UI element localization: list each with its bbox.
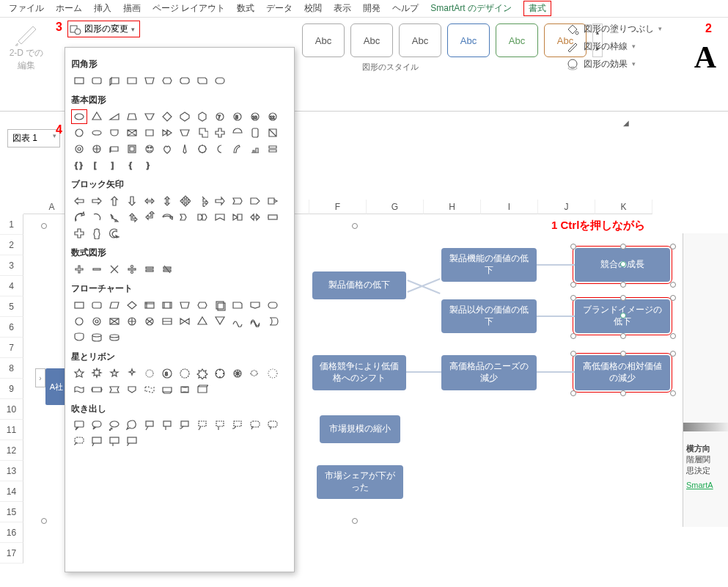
shape-option[interactable] (247, 314, 263, 329)
shape-option[interactable] (71, 434, 87, 449)
row-8[interactable]: 8 (0, 358, 23, 379)
shape-option[interactable]: 8 (229, 109, 246, 124)
shape-option[interactable] (194, 73, 210, 88)
shape-option[interactable] (265, 418, 281, 433)
shape-option[interactable] (159, 298, 175, 313)
menu-insert[interactable]: 挿入 (94, 2, 111, 15)
shape-option[interactable] (89, 262, 105, 277)
menu-review[interactable]: 校閲 (304, 2, 322, 15)
shape-option[interactable] (89, 142, 105, 156)
shape-option[interactable] (141, 109, 158, 124)
shape-option[interactable] (177, 142, 193, 156)
shape-option[interactable] (89, 314, 105, 329)
shape-option[interactable]: { } (71, 158, 87, 172)
shape-option[interactable] (229, 210, 246, 225)
shape-option[interactable] (177, 125, 193, 140)
shape-option[interactable] (194, 418, 210, 433)
shape-option[interactable] (194, 109, 210, 124)
row-4[interactable]: 4 (0, 276, 23, 296)
shape-option[interactable] (106, 226, 122, 241)
style-preset-2[interactable]: Abc (350, 23, 393, 57)
menu-smartart-design[interactable]: SmartArt のデザイン (430, 2, 512, 15)
side-panel-link[interactable]: SmartA (686, 481, 725, 489)
shape-option[interactable] (212, 125, 228, 140)
menu-formula[interactable]: 数式 (237, 2, 254, 15)
style-preset-3[interactable]: Abc (399, 23, 441, 57)
node-price-competition[interactable]: 価格競争により低価格へのシフト (312, 355, 406, 390)
shape-option[interactable] (106, 109, 122, 124)
shape-option[interactable] (141, 314, 158, 329)
shape-option[interactable] (229, 125, 246, 140)
shape-option[interactable] (159, 382, 175, 397)
shape-option[interactable] (194, 210, 210, 225)
shape-option[interactable] (141, 366, 158, 381)
shape-option[interactable] (159, 109, 175, 124)
shape-fill-button[interactable]: 図形の塗りつぶし▾ (566, 22, 662, 35)
shape-option[interactable] (89, 366, 105, 381)
shape-option[interactable] (124, 366, 140, 381)
shape-option[interactable] (71, 194, 87, 208)
shape-option[interactable] (212, 418, 228, 433)
shape-option[interactable] (194, 125, 210, 140)
style-preset-1[interactable]: Abc (302, 23, 345, 57)
shape-option[interactable] (106, 366, 122, 381)
shape-option[interactable] (229, 142, 246, 156)
shape-option[interactable] (159, 210, 175, 225)
shape-option[interactable] (106, 314, 122, 329)
menu-data[interactable]: データ (266, 2, 293, 15)
row-2[interactable]: 2 (0, 235, 23, 255)
shape-option[interactable] (177, 194, 193, 208)
shape-option[interactable] (229, 314, 246, 329)
node-market-shrink[interactable]: 市場規模の縮小 (320, 415, 400, 443)
shape-option[interactable] (265, 125, 281, 140)
col-F[interactable]: F (309, 200, 367, 214)
shape-option[interactable] (194, 142, 210, 156)
shape-option[interactable] (177, 366, 193, 381)
shape-option[interactable] (71, 226, 87, 241)
shape-option[interactable] (177, 314, 193, 329)
shape-option[interactable] (159, 73, 175, 88)
menu-draw[interactable]: 描画 (123, 2, 141, 15)
shape-option[interactable] (265, 142, 281, 156)
row-6[interactable]: 6 (0, 317, 23, 338)
col-I[interactable]: I (481, 200, 538, 214)
col-K[interactable]: K (595, 200, 652, 214)
shape-effects-button[interactable]: 図形の効果▾ (566, 57, 662, 70)
shape-option[interactable] (229, 194, 246, 208)
shape-option[interactable] (106, 330, 122, 345)
shape-option[interactable] (89, 109, 105, 124)
menu-file[interactable]: ファイル (9, 2, 44, 15)
shape-option[interactable] (194, 298, 210, 313)
shape-option[interactable] (141, 142, 158, 156)
col-H[interactable]: H (424, 200, 481, 214)
shape-option[interactable] (71, 418, 87, 433)
shape-option[interactable] (247, 210, 263, 225)
node-relative-value[interactable]: 高低価格の相対価値の減少 (575, 355, 670, 390)
shape-option[interactable] (106, 73, 122, 88)
shape-option[interactable] (124, 434, 140, 449)
shape-option[interactable] (124, 109, 140, 124)
shape-option[interactable] (194, 382, 210, 397)
shape-option[interactable]: 12 (265, 109, 281, 124)
shape-option[interactable]: [ (89, 158, 105, 172)
row-15[interactable]: 15 (0, 502, 23, 522)
shape-option[interactable] (212, 194, 228, 208)
shape-option[interactable] (71, 366, 87, 381)
shape-option[interactable] (89, 434, 105, 449)
wordart-style[interactable]: A (694, 40, 716, 75)
shape-option[interactable] (265, 298, 281, 313)
shape-option[interactable] (71, 210, 87, 225)
shape-option[interactable] (141, 262, 158, 277)
shape-option[interactable] (159, 125, 175, 140)
shape-option[interactable] (159, 142, 175, 156)
shape-option[interactable] (247, 298, 263, 313)
shape-option[interactable] (124, 262, 140, 277)
shape-option[interactable] (177, 298, 193, 313)
shape-outline-button[interactable]: 図形の枠線▾ (566, 40, 662, 53)
shape-option[interactable] (247, 142, 263, 156)
shape-option[interactable] (71, 330, 87, 345)
shape-option[interactable] (212, 210, 228, 225)
shape-option[interactable] (71, 109, 87, 124)
row-9[interactable]: 9 (0, 379, 23, 399)
shape-option[interactable] (229, 298, 246, 313)
